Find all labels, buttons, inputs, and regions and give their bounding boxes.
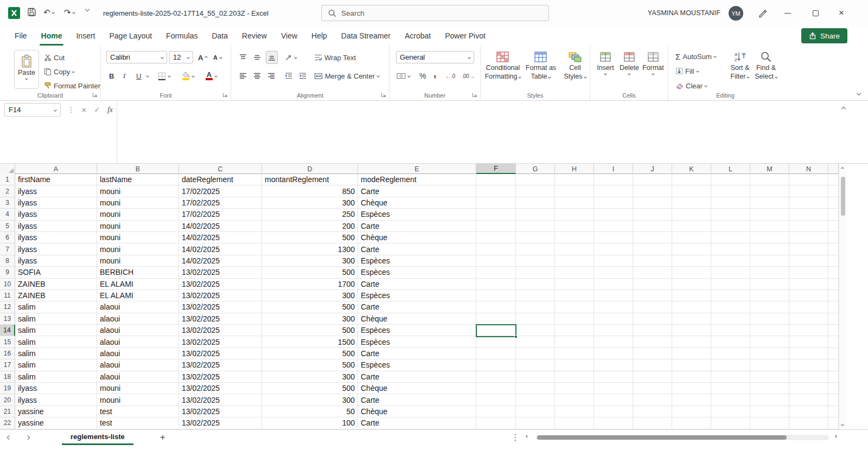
- cell-E16[interactable]: Carte: [358, 348, 476, 359]
- cell-C12[interactable]: 13/02/2025: [179, 301, 262, 313]
- row-header-9[interactable]: 9: [0, 267, 15, 278]
- cell-E20[interactable]: Carte: [358, 394, 476, 405]
- cell-F16[interactable]: [476, 348, 516, 359]
- cell-J8[interactable]: [633, 255, 672, 267]
- cell-G14[interactable]: [516, 325, 555, 336]
- cell-M22[interactable]: [750, 417, 789, 429]
- cell-A11[interactable]: ZAINEB: [15, 290, 97, 301]
- cell-A6[interactable]: ilyass: [15, 232, 97, 243]
- cell-B13[interactable]: alaoui: [97, 313, 179, 325]
- cell-M5[interactable]: [750, 221, 789, 232]
- cell-J16[interactable]: [633, 348, 672, 359]
- cell-I19[interactable]: [594, 383, 633, 394]
- cell-H15[interactable]: [555, 336, 594, 347]
- cell-B10[interactable]: EL ALAMI: [97, 279, 179, 290]
- cell-E15[interactable]: Espèces: [358, 336, 476, 347]
- tab-view[interactable]: View: [274, 26, 304, 46]
- row-header-8[interactable]: 8: [0, 255, 15, 267]
- row-header-13[interactable]: 13: [0, 313, 15, 325]
- cell-K22[interactable]: [672, 417, 711, 429]
- cell-F7[interactable]: [476, 243, 516, 255]
- cell-D18[interactable]: 300: [262, 371, 358, 383]
- cell-D20[interactable]: 300: [262, 394, 358, 405]
- cell-N10[interactable]: [789, 279, 828, 290]
- cell-M21[interactable]: [750, 406, 789, 417]
- cell-G18[interactable]: [516, 371, 555, 383]
- format-cells-button[interactable]: Format: [641, 47, 665, 75]
- alignment-dialog-launcher-icon[interactable]: [381, 92, 386, 98]
- cell-A2[interactable]: ilyass: [15, 185, 97, 197]
- cell-M14[interactable]: [750, 325, 789, 336]
- redo-dropdown-icon[interactable]: [72, 11, 75, 14]
- cell-H9[interactable]: [555, 267, 594, 278]
- cell-M13[interactable]: [750, 313, 789, 325]
- column-header-M[interactable]: M: [750, 164, 789, 174]
- collapse-ribbon-icon[interactable]: [857, 91, 861, 95]
- cell-B21[interactable]: test: [97, 406, 179, 417]
- row-header-5[interactable]: 5: [0, 221, 15, 232]
- borders-button[interactable]: [156, 69, 172, 82]
- cut-button[interactable]: Cut: [42, 51, 66, 64]
- cell-M6[interactable]: [750, 232, 789, 243]
- cell-C18[interactable]: 13/02/2025: [179, 371, 262, 383]
- cell-H14[interactable]: [555, 325, 594, 336]
- cell-E18[interactable]: Carte: [358, 371, 476, 383]
- row-header-22[interactable]: 22: [0, 417, 15, 429]
- format-as-table-button[interactable]: Format as Table: [522, 47, 560, 81]
- borders-dropdown-icon[interactable]: [168, 74, 171, 78]
- merge-center-dropdown-icon[interactable]: [376, 74, 380, 78]
- cell-M20[interactable]: [750, 394, 789, 405]
- cell-C14[interactable]: 13/02/2025: [179, 325, 262, 336]
- cell-H17[interactable]: [555, 359, 594, 371]
- cell-G1[interactable]: [516, 174, 555, 185]
- cell-B2[interactable]: mouni: [97, 185, 179, 197]
- cell-H1[interactable]: [555, 174, 594, 185]
- cell-J17[interactable]: [633, 359, 672, 371]
- cell-J15[interactable]: [633, 336, 672, 347]
- cell-L20[interactable]: [711, 394, 750, 405]
- cell-A12[interactable]: salim: [15, 301, 97, 313]
- collapse-formula-bar-icon[interactable]: [841, 107, 846, 111]
- tab-power-pivot[interactable]: Power Pivot: [438, 26, 493, 46]
- cell-D15[interactable]: 1500: [262, 336, 358, 347]
- cell-M10[interactable]: [750, 279, 789, 290]
- cell-D16[interactable]: 500: [262, 348, 358, 359]
- cell-N16[interactable]: [789, 348, 828, 359]
- row-header-17[interactable]: 17: [0, 359, 15, 371]
- cell-E2[interactable]: Carte: [358, 185, 476, 197]
- cell-J20[interactable]: [633, 394, 672, 405]
- column-header-B[interactable]: B: [97, 164, 179, 174]
- tab-insert[interactable]: Insert: [69, 26, 102, 46]
- cell-N12[interactable]: [789, 301, 828, 313]
- cell-E9[interactable]: Espèces: [358, 267, 476, 278]
- autosum-dropdown-icon[interactable]: [713, 55, 717, 58]
- row-header-20[interactable]: 20: [0, 394, 15, 405]
- cell-B3[interactable]: mouni: [97, 197, 179, 209]
- cell-N14[interactable]: [789, 325, 828, 336]
- cell-N1[interactable]: [789, 174, 828, 185]
- cell-C10[interactable]: 13/02/2025: [179, 279, 262, 290]
- column-header-K[interactable]: K: [672, 164, 711, 174]
- cell-G16[interactable]: [516, 348, 555, 359]
- cell-I2[interactable]: [594, 185, 633, 197]
- tab-page-layout[interactable]: Page Layout: [102, 26, 159, 46]
- cell-L9[interactable]: [711, 267, 750, 278]
- cell-A10[interactable]: ZAINEB: [15, 279, 97, 290]
- cell-A22[interactable]: yassine: [15, 417, 97, 429]
- cell-K10[interactable]: [672, 279, 711, 290]
- scroll-up-icon[interactable]: [841, 167, 844, 170]
- cell-D22[interactable]: 100: [262, 417, 358, 429]
- cell-N22[interactable]: [789, 417, 828, 429]
- sort-filter-button[interactable]: AZ Sort & Filter: [727, 47, 753, 81]
- fill-button[interactable]: Fill: [674, 65, 700, 78]
- row-header-19[interactable]: 19: [0, 383, 15, 394]
- cell-M12[interactable]: [750, 301, 789, 313]
- cell-A18[interactable]: salim: [15, 371, 97, 383]
- tab-review[interactable]: Review: [235, 26, 274, 46]
- cell-H21[interactable]: [555, 406, 594, 417]
- cell-N8[interactable]: [789, 255, 828, 267]
- cell-C7[interactable]: 14/02/2025: [179, 243, 262, 255]
- cell-B17[interactable]: alaoui: [97, 359, 179, 371]
- name-box[interactable]: F14: [4, 103, 61, 117]
- cell-D19[interactable]: 500: [262, 383, 358, 394]
